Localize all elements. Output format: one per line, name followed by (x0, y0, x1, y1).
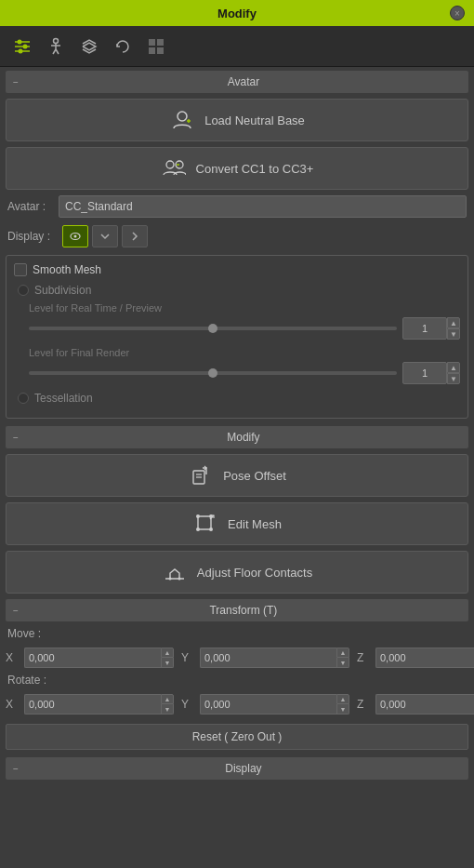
tessellation-radio[interactable] (18, 393, 29, 404)
display-arrow-btn[interactable] (122, 225, 148, 247)
realtime-slider-thumb[interactable] (208, 324, 217, 333)
tessellation-label: Tessellation (34, 392, 93, 405)
transform-section-title: Transform (T) (26, 604, 461, 617)
rotate-x-arrows: ▲ ▼ (161, 694, 174, 714)
svg-rect-13 (149, 47, 155, 54)
transform-collapse-btn[interactable]: − (13, 606, 19, 616)
realtime-slider-row: ▲ ▼ (29, 317, 460, 340)
title-bar: Modify × (0, 0, 474, 26)
toolbar-figure-icon[interactable] (43, 33, 69, 60)
reset-zero-button[interactable]: Reset ( Zero Out ) (6, 724, 468, 750)
move-x-arrows: ▲ ▼ (161, 648, 174, 668)
final-spinner-arrows: ▲ ▼ (447, 362, 460, 384)
final-slider-row: ▲ ▼ (29, 362, 460, 384)
final-slider-track[interactable] (29, 371, 397, 375)
display-eye-btn[interactable] (62, 225, 88, 247)
tessellation-row: Tessellation (14, 392, 460, 405)
final-spinner-down[interactable]: ▼ (447, 373, 460, 384)
edit-mesh-button[interactable]: Edit Mesh (6, 502, 468, 545)
toolbar-refresh-icon[interactable] (110, 33, 136, 60)
rotate-row: X ▲ ▼ Y ▲ ▼ Z ▲ ▼ (6, 694, 468, 714)
avatar-section-header: − Avatar (6, 71, 468, 93)
pose-offset-button[interactable]: Pose Offset (6, 454, 468, 497)
avatar-collapse-btn[interactable]: − (13, 77, 19, 87)
realtime-spinner-up[interactable]: ▲ (447, 317, 460, 328)
move-y-input[interactable] (200, 648, 336, 668)
svg-point-30 (178, 578, 180, 581)
adjust-floor-icon (162, 559, 188, 585)
subdivision-radio[interactable] (18, 285, 29, 296)
svg-point-27 (209, 527, 213, 531)
move-y-wrap: ▲ ▼ (200, 648, 349, 668)
move-label-row: Move : (6, 627, 468, 640)
rotate-x-up[interactable]: ▲ (161, 694, 174, 704)
move-x-up[interactable]: ▲ (161, 648, 174, 658)
move-y-up[interactable]: ▲ (336, 648, 349, 658)
load-neutral-base-button[interactable]: Load Neutral Base (6, 99, 468, 141)
toolbar (0, 26, 474, 67)
svg-line-9 (53, 49, 56, 54)
rotate-y-down[interactable]: ▼ (336, 704, 349, 714)
load-neutral-base-label: Load Neutral Base (204, 114, 305, 127)
svg-point-19 (74, 235, 77, 238)
rotate-y-input[interactable] (200, 694, 336, 714)
realtime-slider-track[interactable] (29, 327, 397, 330)
svg-point-5 (19, 48, 23, 53)
move-z-wrap: ▲ ▼ (375, 648, 474, 668)
rotate-z-wrap: ▲ ▼ (375, 694, 474, 714)
rotate-x-input[interactable] (24, 694, 161, 714)
move-x-down[interactable]: ▼ (161, 658, 174, 668)
move-x-input[interactable] (24, 648, 161, 668)
pose-offset-label: Pose Offset (223, 469, 286, 483)
display-down-btn[interactable] (92, 225, 118, 247)
rotate-y-up[interactable]: ▲ (336, 694, 349, 704)
adjust-floor-button[interactable]: Adjust Floor Contacts (6, 551, 468, 594)
smooth-mesh-box: Smooth Mesh Subdivision Level for Real T… (6, 255, 468, 419)
transform-section-header: − Transform (T) (6, 599, 468, 621)
edit-mesh-label: Edit Mesh (228, 517, 282, 531)
load-neutral-icon (169, 107, 195, 133)
convert-icon (161, 155, 187, 181)
svg-point-15 (178, 112, 187, 121)
display-label: Display : (7, 230, 59, 243)
final-spinner-up[interactable]: ▲ (447, 362, 460, 373)
toolbar-sliders-icon[interactable] (9, 33, 35, 60)
avatar-section-title: Avatar (26, 75, 461, 88)
display-field-row: Display : (6, 225, 468, 247)
svg-point-26 (196, 527, 200, 531)
realtime-value-input[interactable] (402, 317, 447, 340)
move-z-label: Z (357, 651, 372, 664)
rotate-z-label: Z (357, 698, 372, 711)
modify-collapse-btn[interactable]: − (13, 433, 19, 443)
display-section-header: − Display (6, 757, 468, 780)
final-value-input[interactable] (402, 362, 447, 384)
svg-point-3 (18, 39, 22, 44)
realtime-level-label: Level for Real Time / Preview (29, 302, 460, 314)
realtime-spinner-down[interactable]: ▼ (447, 328, 460, 340)
move-x-wrap: ▲ ▼ (24, 648, 174, 668)
svg-rect-14 (157, 47, 164, 54)
rotate-x-label: X (6, 698, 20, 711)
close-button[interactable]: × (450, 6, 465, 20)
reset-zero-label: Reset ( Zero Out ) (192, 730, 283, 743)
pose-offset-icon (188, 462, 214, 488)
smooth-mesh-label: Smooth Mesh (33, 263, 101, 276)
convert-cc1-button[interactable]: Convert CC1 to CC3+ (6, 147, 468, 190)
move-z-input[interactable] (375, 648, 474, 668)
move-y-down[interactable]: ▼ (336, 658, 349, 668)
toolbar-grid-icon[interactable] (143, 33, 169, 60)
edit-mesh-icon (192, 511, 218, 537)
avatar-field-row: Avatar : (6, 195, 468, 218)
avatar-input[interactable] (59, 195, 467, 218)
svg-rect-23 (198, 516, 211, 529)
rotate-label: Rotate : (7, 674, 46, 687)
toolbar-layers-icon[interactable] (76, 33, 102, 60)
rotate-x-down[interactable]: ▼ (161, 704, 174, 714)
rotate-z-input[interactable] (375, 694, 474, 714)
display-collapse-btn[interactable]: − (13, 764, 19, 774)
final-slider-thumb[interactable] (208, 368, 217, 378)
rotate-x-wrap: ▲ ▼ (24, 694, 174, 714)
window-title: Modify (217, 7, 257, 20)
display-section-title: Display (26, 762, 461, 775)
smooth-mesh-checkbox[interactable] (14, 263, 27, 276)
